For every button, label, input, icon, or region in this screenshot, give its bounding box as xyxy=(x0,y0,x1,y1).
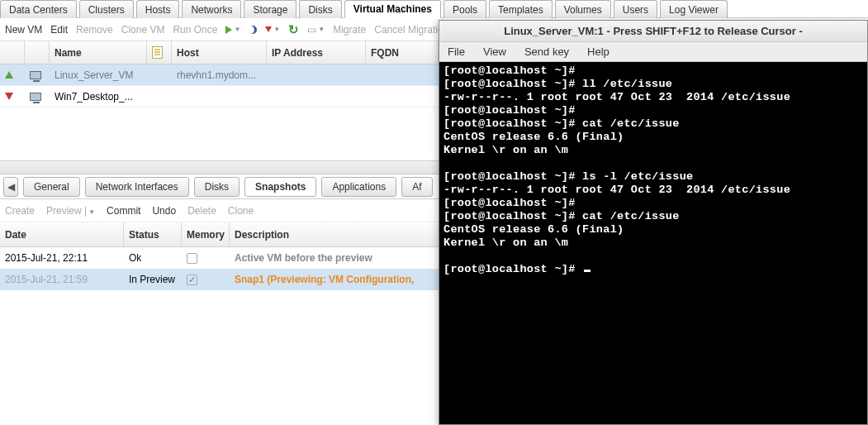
col-header-host[interactable]: Host xyxy=(172,41,267,64)
snap-memory-cell: ✓ xyxy=(182,275,230,285)
snap-col-status[interactable]: Status xyxy=(124,222,182,246)
console-menu-send-key[interactable]: Send key xyxy=(524,45,569,58)
snap-date-cell: 2015-Jul-21, 22:11 xyxy=(0,252,124,264)
reboot-icon[interactable]: ↻ xyxy=(288,22,299,37)
main-tab-clusters[interactable]: Clusters xyxy=(79,0,134,18)
edit-button[interactable]: Edit xyxy=(50,24,68,36)
vm-type-icon xyxy=(30,93,41,101)
snap-memory-cell xyxy=(182,253,230,264)
snap-clone-button[interactable]: Clone xyxy=(228,205,254,217)
main-tab-networks[interactable]: Networks xyxy=(182,0,241,18)
console-icon[interactable]: ▭▼ xyxy=(307,24,325,36)
main-tab-pools[interactable]: Pools xyxy=(443,0,486,18)
vm-name-cell: Win7_Desktop_... xyxy=(50,91,147,103)
console-menu-bar: FileViewSend keyHelp xyxy=(439,42,867,62)
shutdown-icon[interactable]: ▼ xyxy=(265,26,280,33)
checkbox-icon: ✓ xyxy=(187,275,197,285)
main-tab-storage[interactable]: Storage xyxy=(244,0,296,18)
detail-tab-general[interactable]: General xyxy=(23,177,80,197)
document-icon xyxy=(152,46,163,59)
run-once-button[interactable]: Run Once xyxy=(173,24,217,36)
main-tab-templates[interactable]: Templates xyxy=(489,0,553,18)
vm-type-icon xyxy=(30,71,41,79)
snap-delete-button[interactable]: Delete xyxy=(187,205,216,217)
new-vm-button[interactable]: New VM xyxy=(5,24,42,36)
console-title-bar[interactable]: Linux_Server_VM:1 - Press SHIFT+F12 to R… xyxy=(439,21,867,42)
snap-undo-button[interactable]: Undo xyxy=(152,205,176,217)
col-header-fqdn[interactable]: FQDN xyxy=(366,41,439,64)
snap-create-button[interactable]: Create xyxy=(5,205,35,217)
suspend-icon[interactable] xyxy=(249,26,257,34)
clone-vm-button[interactable]: Clone VM xyxy=(121,24,165,36)
main-tab-log-viewer[interactable]: Log Viewer xyxy=(660,0,728,18)
status-up-icon xyxy=(5,71,13,79)
play-icon[interactable]: ▼ xyxy=(225,26,240,34)
main-tab-disks[interactable]: Disks xyxy=(299,0,341,18)
col-header-os[interactable] xyxy=(147,41,172,64)
detail-tab-af[interactable]: Af xyxy=(401,177,432,197)
status-down-icon xyxy=(5,93,13,100)
main-tab-users[interactable]: Users xyxy=(614,0,657,18)
snap-col-date[interactable]: Date xyxy=(0,222,124,246)
col-header-name[interactable]: Name xyxy=(50,41,147,64)
detail-tab-applications[interactable]: Applications xyxy=(321,177,396,197)
cancel-migration-button[interactable]: Cancel Migration xyxy=(374,24,448,36)
console-menu-help[interactable]: Help xyxy=(587,45,609,58)
snap-status-cell: Ok xyxy=(124,252,182,264)
console-terminal[interactable]: [root@localhost ~]# [root@localhost ~]# … xyxy=(439,62,867,424)
console-menu-file[interactable]: File xyxy=(448,45,465,58)
detail-tab-network-interfaces[interactable]: Network Interfaces xyxy=(85,177,189,197)
vm-host-cell: rhevhn1.mydom... xyxy=(172,69,267,81)
main-tab-bar: Data CentersClustersHostsNetworksStorage… xyxy=(0,0,868,18)
snap-col-memory[interactable]: Memory xyxy=(182,222,230,246)
snap-date-cell: 2015-Jul-21, 21:59 xyxy=(0,274,124,285)
snap-commit-button[interactable]: Commit xyxy=(107,205,140,217)
detail-tab-snapshots[interactable]: Snapshots xyxy=(244,177,316,197)
checkbox-icon xyxy=(187,253,197,264)
migrate-button[interactable]: Migrate xyxy=(333,24,366,36)
main-tab-hosts[interactable]: Hosts xyxy=(136,0,180,18)
detail-tab-disks[interactable]: Disks xyxy=(194,177,240,197)
col-header-ip[interactable]: IP Address xyxy=(267,41,366,64)
vm-name-cell: Linux_Server_VM xyxy=(50,69,147,81)
remove-button[interactable]: Remove xyxy=(76,24,113,36)
main-tab-data-centers[interactable]: Data Centers xyxy=(0,0,77,18)
snap-status-cell: In Preview xyxy=(124,274,182,285)
tab-scroll-left-button[interactable]: ◀ xyxy=(3,177,18,197)
main-tab-volumes[interactable]: Volumes xyxy=(555,0,611,18)
main-tab-virtual-machines[interactable]: Virtual Machines xyxy=(344,0,441,18)
vm-console-window: Linux_Server_VM:1 - Press SHIFT+F12 to R… xyxy=(439,20,868,425)
console-menu-view[interactable]: View xyxy=(483,45,506,58)
snap-preview-button[interactable]: Preview |▼ xyxy=(46,205,95,217)
terminal-cursor xyxy=(584,270,591,272)
